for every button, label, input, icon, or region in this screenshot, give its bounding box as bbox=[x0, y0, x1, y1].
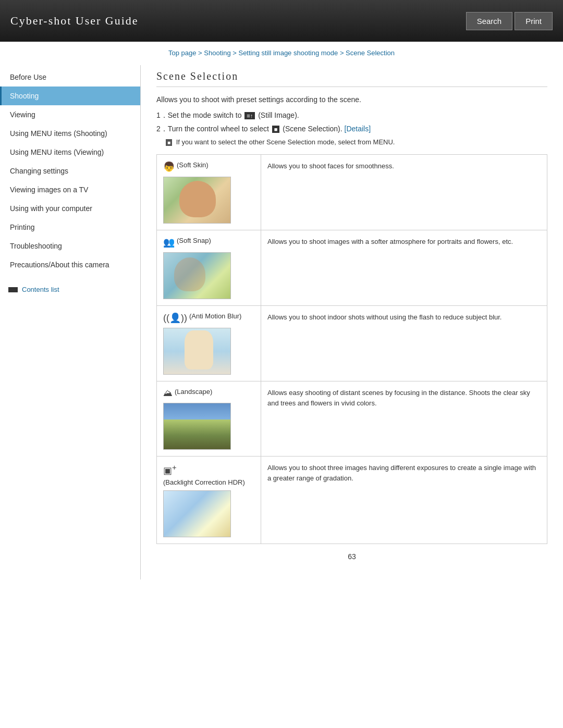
soft-snap-photo bbox=[164, 252, 230, 299]
backlight-label: (Backlight Correction HDR) bbox=[163, 478, 245, 486]
scene-label-soft-skin: 👦 (Soft Skin) bbox=[163, 161, 254, 172]
anti-motion-label: (Anti Motion Blur) bbox=[189, 312, 241, 320]
app-title: Cyber-shot User Guide bbox=[10, 14, 139, 28]
still-image-icon: ≡↑ bbox=[244, 112, 255, 119]
backlight-symbol: ▣+ bbox=[163, 463, 177, 476]
step1-instruction: 1．Set the mode switch to ≡↑ (Still Image… bbox=[156, 111, 547, 120]
sidebar-item-viewing-tv[interactable]: Viewing images on a TV bbox=[0, 180, 140, 199]
note-icon: ■ bbox=[166, 139, 172, 146]
backlight-image bbox=[163, 490, 231, 537]
scene-table: 👦 (Soft Skin) Allows you to shoot faces … bbox=[156, 154, 547, 544]
main-content: Scene Selection Allows you to shoot with… bbox=[141, 65, 563, 579]
breadcrumb: Top page > Shooting > Setting still imag… bbox=[0, 42, 563, 60]
landscape-symbol: ⛰ bbox=[163, 388, 173, 399]
soft-snap-image bbox=[163, 252, 231, 299]
scene-right-anti-motion: Allows you to shoot indoor shots without… bbox=[261, 306, 547, 381]
step1-suffix: (Still Image). bbox=[258, 111, 299, 119]
scene-label-anti-motion: ((👤)) (Anti Motion Blur) bbox=[163, 312, 254, 324]
anti-motion-image bbox=[163, 328, 231, 375]
scene-left-anti-motion: ((👤)) (Anti Motion Blur) bbox=[157, 306, 261, 381]
table-row: 👥 (Soft Snap) Allows you to shoot images… bbox=[157, 230, 547, 306]
soft-snap-symbol: 👥 bbox=[163, 237, 175, 248]
scene-left-backlight: ▣+ (Backlight Correction HDR) bbox=[157, 456, 261, 544]
breadcrumb-shooting[interactable]: Shooting bbox=[204, 49, 230, 57]
step2-suffix: (Scene Selection). bbox=[283, 125, 344, 133]
soft-skin-symbol: 👦 bbox=[163, 161, 175, 172]
soft-snap-label: (Soft Snap) bbox=[177, 237, 211, 244]
backlight-desc: Allows you to shoot three images having … bbox=[267, 463, 541, 483]
scene-left-soft-snap: 👥 (Soft Snap) bbox=[157, 230, 261, 306]
header: Cyber-shot User Guide Search Print bbox=[0, 0, 563, 42]
scene-left-landscape: ⛰ (Landscape) bbox=[157, 381, 261, 456]
scene-selection-icon: ■ bbox=[272, 126, 280, 133]
table-row: ▣+ (Backlight Correction HDR) Allows you… bbox=[157, 456, 547, 544]
main-layout: Before Use Shooting Viewing Using MENU i… bbox=[0, 60, 563, 590]
step2-instruction: 2．Turn the control wheel to select ■ (Sc… bbox=[156, 125, 547, 134]
contents-list-label: Contents list bbox=[22, 286, 59, 293]
anti-motion-photo bbox=[164, 328, 230, 375]
table-row: ((👤)) (Anti Motion Blur) Allows you to s… bbox=[157, 306, 547, 381]
contents-list-link[interactable]: Contents list bbox=[0, 279, 140, 300]
step2-text: 2．Turn the control wheel to select bbox=[156, 125, 271, 133]
scene-right-soft-snap: Allows you to shoot images with a softer… bbox=[261, 230, 547, 306]
header-buttons: Search Print bbox=[466, 12, 553, 30]
anti-motion-symbol: ((👤)) bbox=[163, 312, 187, 324]
search-button[interactable]: Search bbox=[466, 12, 513, 30]
landscape-label: (Landscape) bbox=[175, 388, 212, 396]
intro-text: Allows you to shoot with preset settings… bbox=[156, 95, 547, 104]
scene-left-soft-skin: 👦 (Soft Skin) bbox=[157, 155, 261, 230]
sidebar-item-printing[interactable]: Printing bbox=[0, 218, 140, 237]
soft-snap-desc: Allows you to shoot images with a softer… bbox=[267, 237, 541, 247]
sidebar-item-using-menu-viewing[interactable]: Using MENU items (Viewing) bbox=[0, 143, 140, 162]
details-link[interactable]: [Details] bbox=[345, 125, 371, 133]
sidebar-item-troubleshooting[interactable]: Troubleshooting bbox=[0, 237, 140, 255]
soft-skin-photo bbox=[164, 177, 230, 224]
print-button[interactable]: Print bbox=[515, 12, 553, 30]
note-text: ■ If you want to select the other Scene … bbox=[156, 138, 547, 146]
breadcrumb-top[interactable]: Top page bbox=[168, 49, 197, 57]
page-number: 63 bbox=[156, 544, 547, 569]
breadcrumb-setting[interactable]: Setting still image shooting mode bbox=[238, 49, 338, 57]
scene-right-soft-skin: Allows you to shoot faces for smoothness… bbox=[261, 155, 547, 230]
sidebar: Before Use Shooting Viewing Using MENU i… bbox=[0, 65, 141, 579]
sidebar-item-using-menu-shooting[interactable]: Using MENU items (Shooting) bbox=[0, 124, 140, 143]
sidebar-item-before-use[interactable]: Before Use bbox=[0, 68, 140, 87]
sidebar-item-precautions[interactable]: Precautions/About this camera bbox=[0, 255, 140, 274]
table-row: 👦 (Soft Skin) Allows you to shoot faces … bbox=[157, 155, 547, 230]
sidebar-item-viewing[interactable]: Viewing bbox=[0, 105, 140, 124]
landscape-photo bbox=[164, 403, 230, 450]
page-title: Scene Selection bbox=[156, 70, 547, 87]
scene-right-backlight: Allows you to shoot three images having … bbox=[261, 456, 547, 544]
sidebar-item-shooting[interactable]: Shooting bbox=[0, 87, 140, 105]
landscape-desc: Allows easy shooting of distant scenes b… bbox=[267, 388, 541, 408]
soft-skin-image bbox=[163, 177, 231, 224]
scene-label-landscape: ⛰ (Landscape) bbox=[163, 388, 254, 399]
contents-list-icon bbox=[8, 287, 18, 292]
soft-skin-desc: Allows you to shoot faces for smoothness… bbox=[267, 161, 541, 171]
scene-label-backlight: ▣+ (Backlight Correction HDR) bbox=[163, 463, 254, 486]
scene-right-landscape: Allows easy shooting of distant scenes b… bbox=[261, 381, 547, 456]
scene-label-soft-snap: 👥 (Soft Snap) bbox=[163, 237, 254, 248]
sidebar-item-using-computer[interactable]: Using with your computer bbox=[0, 199, 140, 218]
soft-skin-label: (Soft Skin) bbox=[177, 161, 209, 169]
anti-motion-desc: Allows you to shoot indoor shots without… bbox=[267, 312, 541, 323]
sidebar-item-changing-settings[interactable]: Changing settings bbox=[0, 162, 140, 180]
table-row: ⛰ (Landscape) Allows easy shooting of di… bbox=[157, 381, 547, 456]
backlight-photo bbox=[164, 490, 230, 537]
breadcrumb-scene-selection[interactable]: Scene Selection bbox=[346, 49, 395, 57]
landscape-image bbox=[163, 403, 231, 450]
step1-text: 1．Set the mode switch to bbox=[156, 111, 243, 119]
